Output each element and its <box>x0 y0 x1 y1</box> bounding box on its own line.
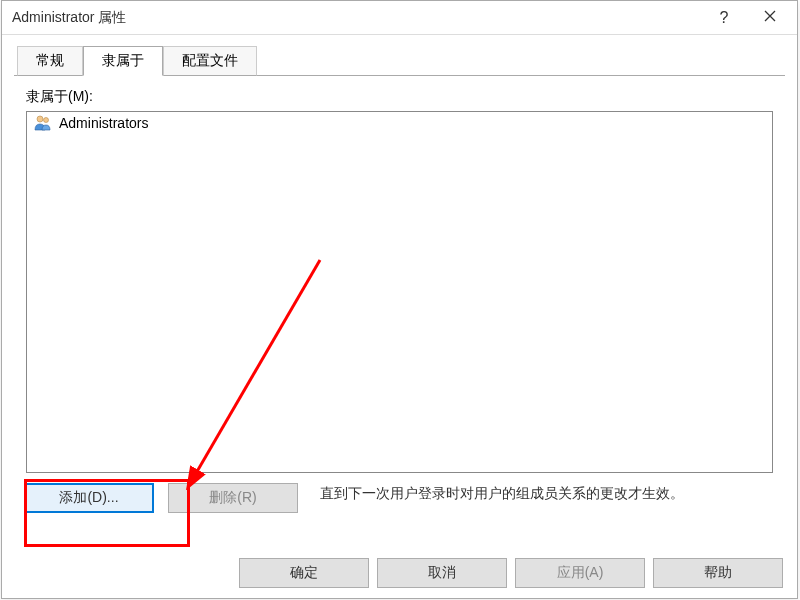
list-item-label: Administrators <box>59 115 148 131</box>
add-button[interactable]: 添加(D)... <box>24 483 154 513</box>
titlebar: Administrator 属性 ? <box>2 1 797 35</box>
ok-button[interactable]: 确定 <box>239 558 369 588</box>
dialog-button-row: 确定 取消 应用(A) 帮助 <box>239 558 783 588</box>
apply-button: 应用(A) <box>515 558 645 588</box>
properties-dialog: Administrator 属性 ? 常规 隶属于 配置文件 隶属于(M): <box>1 0 798 599</box>
member-of-listbox[interactable]: Administrators <box>26 111 773 473</box>
tab-member-of[interactable]: 隶属于 <box>83 46 163 76</box>
close-icon <box>764 10 776 25</box>
help-icon: ? <box>720 9 729 27</box>
help-dialog-button[interactable]: 帮助 <box>653 558 783 588</box>
tab-general[interactable]: 常规 <box>17 46 83 76</box>
cancel-button[interactable]: 取消 <box>377 558 507 588</box>
add-remove-row: 添加(D)... 删除(R) 直到下一次用户登录时对用户的组成员关系的更改才生效… <box>24 483 775 513</box>
member-of-label: 隶属于(M): <box>26 88 779 106</box>
membership-note: 直到下一次用户登录时对用户的组成员关系的更改才生效。 <box>312 483 775 504</box>
tabstrip: 常规 隶属于 配置文件 <box>14 45 785 76</box>
svg-point-0 <box>37 116 43 122</box>
tab-profile[interactable]: 配置文件 <box>163 46 257 76</box>
group-icon <box>33 114 53 132</box>
tab-content: 隶属于(M): Administrators 添加(D)... 删除(R) 直到… <box>2 76 797 523</box>
remove-button: 删除(R) <box>168 483 298 513</box>
help-button[interactable]: ? <box>701 2 747 34</box>
close-button[interactable] <box>747 2 793 34</box>
list-item[interactable]: Administrators <box>27 112 772 134</box>
window-title: Administrator 属性 <box>12 9 701 27</box>
svg-point-1 <box>44 118 49 123</box>
